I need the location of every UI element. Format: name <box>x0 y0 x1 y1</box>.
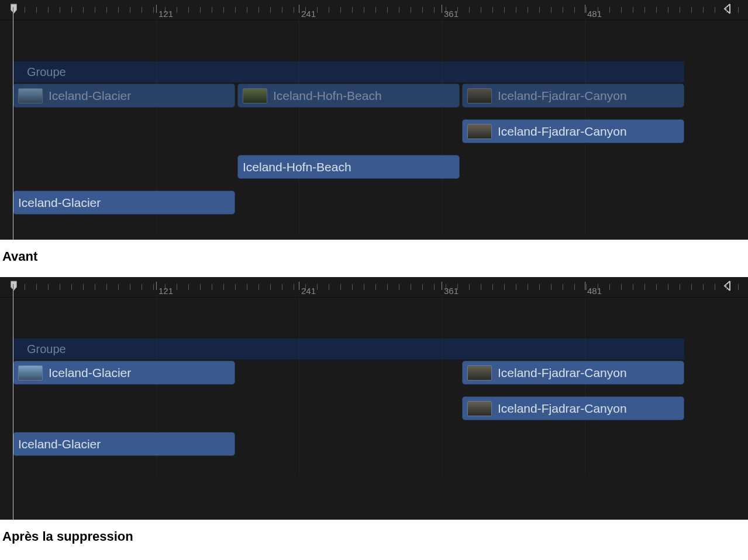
clip-thumbnail-icon <box>467 401 492 416</box>
ruler-tick <box>294 7 294 13</box>
ruler-tick <box>142 284 142 290</box>
ruler-tick <box>539 7 540 13</box>
ruler-tick-label: 481 <box>587 286 602 296</box>
clip-label: Iceland-Glacier <box>18 437 101 451</box>
ruler-tick <box>586 7 587 13</box>
clip-hofn[interactable]: Iceland-Hofn-Beach <box>237 155 460 179</box>
ruler-tick <box>387 7 388 13</box>
ruler-tick <box>60 7 60 13</box>
ruler-tick <box>130 284 130 290</box>
ruler-tick <box>71 7 72 13</box>
timeline-panel-after: 121241361481 Groupe Iceland-GlacierIcela… <box>0 277 748 520</box>
ruler-tick-major <box>442 5 442 13</box>
playhead-marker-icon[interactable] <box>10 4 18 14</box>
ruler-tick <box>270 7 271 13</box>
ruler-tick <box>118 7 119 13</box>
ruler-tick <box>83 7 84 13</box>
row-spacer <box>0 386 748 395</box>
ruler-tick <box>539 284 540 290</box>
clip-thumbnail-icon <box>467 124 492 139</box>
ruler-tick <box>223 284 224 290</box>
ruler-tick <box>656 284 657 290</box>
clip-glacier[interactable]: Iceland-Glacier <box>13 191 235 215</box>
ruler-tick <box>481 284 481 290</box>
row-spacer <box>0 109 748 118</box>
ruler-tick <box>142 7 142 13</box>
ruler-tick-label: 121 <box>158 286 173 296</box>
ruler-tick <box>563 284 563 290</box>
track-row: Iceland-GlacierIceland-Hofn-BeachIceland… <box>13 82 738 109</box>
ruler-tick <box>352 7 353 13</box>
ruler-tick <box>13 284 13 290</box>
ruler-tick <box>317 7 318 13</box>
ruler-tick <box>200 284 201 290</box>
ruler-tick <box>551 284 551 290</box>
playhead-line[interactable] <box>13 290 13 520</box>
clip-label: Iceland-Hofn-Beach <box>273 89 382 103</box>
ruler-tick <box>212 284 212 290</box>
ruler-tick <box>715 7 715 13</box>
ruler-tick <box>434 7 435 13</box>
ruler-tick <box>177 284 177 290</box>
ruler-tick <box>13 7 13 13</box>
ruler-tick <box>387 284 388 290</box>
ruler-tick <box>644 7 645 13</box>
clip-label: Iceland-Glacier <box>18 196 101 210</box>
clip-glacier[interactable]: Iceland-Glacier <box>13 84 235 108</box>
clip-label: Iceland-Glacier <box>49 366 131 380</box>
tracks-area-before: Groupe Iceland-GlacierIceland-Hofn-Beach… <box>0 20 748 233</box>
group-header[interactable]: Groupe <box>13 338 684 359</box>
ruler-tick <box>469 284 470 290</box>
ruler-tick-label: 481 <box>587 9 602 19</box>
ruler-tick <box>422 7 423 13</box>
clip-canyon[interactable]: Iceland-Fjadrar-Canyon <box>462 361 684 385</box>
ruler-tick <box>153 7 154 13</box>
ruler-tick <box>680 7 680 13</box>
ruler-tick <box>340 7 341 13</box>
track-row: Iceland-Glacier <box>13 189 738 216</box>
ruler-tick <box>516 284 516 290</box>
ruler-tick <box>364 284 364 290</box>
ruler-tick-major <box>299 5 299 13</box>
ruler-tick <box>399 284 399 290</box>
caption-before: Avant <box>0 240 748 267</box>
timeline-panel-before: 121241361481 Groupe Iceland-GlacierIcela… <box>0 0 748 240</box>
ruler-tick <box>422 284 423 290</box>
ruler-tick <box>551 7 551 13</box>
ruler-tick <box>340 284 341 290</box>
ruler-tick <box>36 7 37 13</box>
clip-canyon[interactable]: Iceland-Fjadrar-Canyon <box>462 119 684 143</box>
ruler-tick <box>153 284 154 290</box>
timeline-ruler[interactable]: 121241361481 <box>0 277 748 298</box>
clip-canyon[interactable]: Iceland-Fjadrar-Canyon <box>462 84 684 108</box>
timeline-ruler[interactable]: 121241361481 <box>0 0 748 20</box>
ruler-tick <box>118 284 119 290</box>
ruler-tick <box>48 7 49 13</box>
ruler-tick <box>294 284 294 290</box>
ruler-tick-label: 361 <box>444 9 459 19</box>
ruler-tick <box>563 7 563 13</box>
ruler-tick <box>106 7 107 13</box>
ruler-tick <box>504 284 505 290</box>
clip-glacier[interactable]: Iceland-Glacier <box>13 432 235 456</box>
ruler-tick <box>738 7 739 13</box>
ruler-tick <box>235 7 236 13</box>
group-header[interactable]: Groupe <box>13 61 684 82</box>
ruler-tick <box>188 284 189 290</box>
clip-canyon[interactable]: Iceland-Fjadrar-Canyon <box>462 396 684 420</box>
clip-hofn[interactable]: Iceland-Hofn-Beach <box>237 84 460 108</box>
ruler-tick-major <box>156 5 157 13</box>
ruler-tick <box>83 284 84 290</box>
ruler-tick <box>177 7 177 13</box>
clip-glacier[interactable]: Iceland-Glacier <box>13 361 235 385</box>
ruler-tick <box>609 7 610 13</box>
playhead-marker-icon[interactable] <box>10 281 18 291</box>
clip-label: Iceland-Fjadrar-Canyon <box>498 125 627 139</box>
row-spacer <box>0 180 748 189</box>
track-row: Iceland-Glacier <box>13 431 738 457</box>
ruler-tick <box>329 284 329 290</box>
group-label: Groupe <box>27 343 66 355</box>
playhead-line[interactable] <box>13 13 13 240</box>
clip-label: Iceland-Fjadrar-Canyon <box>498 402 627 416</box>
ruler-tick <box>644 284 645 290</box>
